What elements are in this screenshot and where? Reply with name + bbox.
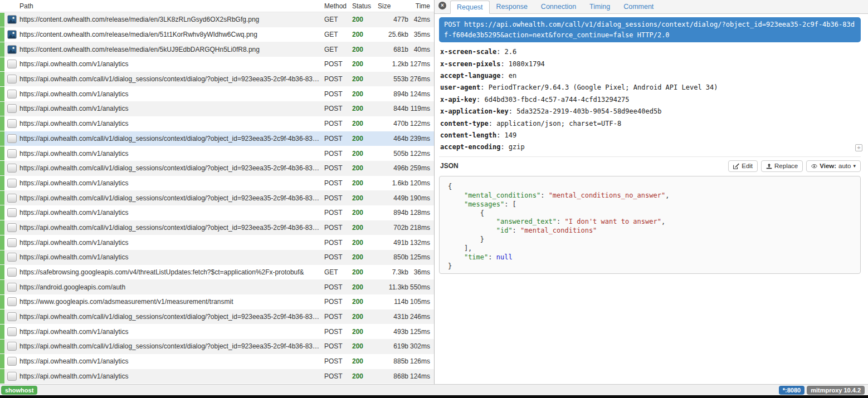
tab-timing[interactable]: Timing [583, 0, 617, 13]
flow-row[interactable]: https://api.owhealth.com/call/v1/dialog_… [0, 339, 434, 354]
flow-method: POST [324, 205, 352, 220]
flow-row[interactable]: https://api.owhealth.com/call/v1/dialog_… [0, 309, 434, 325]
flow-row[interactable]: https://api.owhealth.com/v1/analytics PO… [0, 354, 434, 369]
flow-row[interactable]: https://api.owhealth.com/v1/analytics PO… [0, 235, 434, 250]
column-path[interactable]: Path [19, 0, 324, 13]
flow-time: 119ms [408, 101, 434, 116]
flow-marker [0, 116, 4, 131]
flow-method: POST [324, 235, 352, 250]
flow-row[interactable]: https://api.owhealth.com/call/v1/dialog_… [0, 131, 434, 146]
flow-size: 496b [377, 161, 408, 175]
flow-path: https://api.owhealth.com/v1/analytics [19, 116, 324, 131]
header-line[interactable]: content-type: application/json; charset=… [440, 118, 861, 130]
content-type-label: JSON [440, 162, 459, 170]
flow-status: 200 [352, 42, 377, 57]
flow-table-header[interactable]: Path Method Status Size Time [0, 0, 434, 12]
flow-row[interactable]: https://api.owhealth.com/call/v1/dialog_… [0, 220, 434, 235]
listen-address-badge[interactable]: *:8080 [779, 386, 804, 395]
header-line[interactable]: user-agent: PeriodTracker/9.64.3 (Google… [440, 82, 861, 94]
close-icon[interactable]: × [438, 2, 446, 9]
flow-row[interactable]: https://api.owhealth.com/v1/analytics PO… [0, 146, 434, 161]
header-line[interactable]: x-screen-pixels: 1080x1794 [440, 58, 861, 70]
flow-size: 505b [377, 146, 408, 161]
flow-method: POST [324, 87, 352, 101]
flow-time: 120ms [408, 176, 434, 190]
flow-path: https://content.owhealth.com/release/med… [19, 42, 324, 57]
flow-status: 200 [352, 72, 377, 86]
flow-path: https://api.owhealth.com/v1/analytics [19, 57, 324, 71]
flow-row[interactable]: https://api.owhealth.com/v1/analytics PO… [0, 86, 434, 101]
flow-type-icon [7, 268, 17, 277]
flow-status: 200 [352, 205, 377, 220]
flow-row[interactable]: https://api.owhealth.com/v1/analytics PO… [0, 205, 434, 220]
column-method[interactable]: Method [324, 0, 352, 13]
column-status[interactable]: Status [352, 0, 377, 13]
add-header-icon[interactable]: + [855, 144, 862, 151]
flow-row[interactable]: https://android.googleapis.com/auth POST… [0, 279, 434, 294]
header-line[interactable]: x-application-key: 5da3252a-2919-403b-90… [440, 106, 861, 117]
flow-row[interactable]: https://www.googleapis.com/adsmeasuremen… [0, 294, 434, 309]
pencil-icon [733, 163, 739, 169]
edit-button[interactable]: Edit [728, 160, 758, 172]
screen-bottom-strip [0, 395, 868, 398]
flow-size: 1.6kb [377, 176, 408, 190]
version-badge: mitmproxy 10.4.2 [807, 386, 865, 395]
flow-row[interactable]: https://api.owhealth.com/v1/analytics PO… [0, 324, 434, 339]
replace-button[interactable]: Replace [761, 160, 803, 172]
tab-connection[interactable]: Connection [534, 0, 583, 13]
header-line[interactable]: x-screen-scale: 2.6 [440, 46, 861, 58]
flow-type-icon [7, 30, 17, 39]
header-line[interactable]: x-api-key: 6d4bd303-fbcd-4c57-a744-4cfd1… [440, 94, 861, 106]
flow-method: POST [324, 369, 352, 384]
flow-row[interactable]: https://api.owhealth.com/call/v1/dialog_… [0, 72, 434, 87]
flow-marker [0, 72, 4, 87]
column-size[interactable]: Size [377, 0, 408, 13]
flow-method: POST [324, 161, 352, 175]
flow-status: 200 [352, 87, 377, 101]
flow-type-icon [7, 75, 17, 83]
flow-size: 619b [377, 339, 408, 353]
flow-marker [0, 324, 4, 339]
tab-response[interactable]: Response [490, 0, 534, 13]
flow-method: POST [324, 116, 352, 131]
flow-marker [0, 339, 4, 354]
flow-size: 7.3kb [377, 265, 408, 279]
flow-marker [0, 57, 4, 72]
flow-marker [0, 235, 4, 250]
flow-size: 477b [377, 12, 408, 27]
request-first-line[interactable]: POST https://api.owhealth.com/call/v1/di… [439, 17, 861, 42]
flow-row[interactable]: https://api.owhealth.com/v1/analytics PO… [0, 250, 434, 265]
tab-comment[interactable]: Comment [617, 0, 660, 13]
flow-marker [0, 101, 4, 116]
header-line[interactable]: accept-encoding: gzip [440, 141, 861, 153]
image-icon [8, 31, 16, 38]
flow-row[interactable]: https://api.owhealth.com/call/v1/dialog_… [0, 190, 434, 205]
flow-type-icon [7, 297, 17, 306]
flow-path: https://content.owhealth.com/release/med… [19, 12, 324, 27]
flow-status: 200 [352, 27, 377, 42]
flow-row[interactable]: https://api.owhealth.com/v1/analytics PO… [0, 116, 434, 131]
header-line[interactable]: content-length: 149 [440, 130, 861, 141]
view-mode-button[interactable]: View: auto ▾ [806, 160, 861, 172]
flow-row[interactable]: https://safebrowsing.googleapis.com/v4/t… [0, 265, 434, 280]
flow-type-icon [7, 238, 17, 247]
flow-row[interactable]: https://api.owhealth.com/v1/analytics PO… [0, 101, 434, 116]
flow-row[interactable]: https://api.owhealth.com/v1/analytics PO… [0, 57, 434, 72]
column-time[interactable]: Time [408, 0, 434, 13]
flow-size: 114b [377, 294, 408, 309]
flow-method: POST [324, 354, 352, 368]
flow-size: 894b [377, 205, 408, 220]
header-line[interactable]: accept-language: en [440, 70, 861, 82]
tab-request[interactable]: Request [450, 1, 490, 14]
flow-time: 105ms [408, 294, 434, 309]
flow-status: 200 [352, 294, 377, 309]
flow-row[interactable]: https://content.owhealth.com/release/med… [0, 42, 434, 57]
flow-row[interactable]: https://api.owhealth.com/call/v1/dialog_… [0, 161, 434, 176]
mitmweb-window: Path Method Status Size Time https://con… [0, 0, 868, 398]
flow-size: 470b [377, 116, 408, 131]
flow-row[interactable]: https://api.owhealth.com/v1/analytics PO… [0, 176, 434, 191]
flow-marker [0, 294, 4, 309]
flow-row[interactable]: https://content.owhealth.com/release/med… [0, 27, 434, 42]
flow-row[interactable]: https://content.owhealth.com/release/med… [0, 12, 434, 27]
flow-row[interactable]: https://api.owhealth.com/v1/analytics PO… [0, 369, 434, 384]
